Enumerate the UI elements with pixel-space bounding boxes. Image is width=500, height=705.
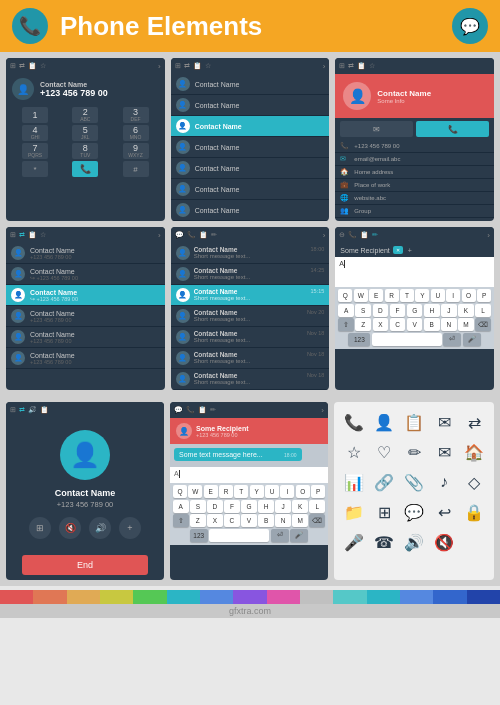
contact-item-6[interactable]: 👤 Contact Name bbox=[171, 179, 330, 200]
key-f[interactable]: F bbox=[390, 304, 406, 317]
key-i[interactable]: I bbox=[446, 289, 460, 302]
ck-mic[interactable]: 🎤 bbox=[290, 529, 308, 542]
ck-g[interactable]: G bbox=[241, 500, 257, 513]
contact-num-item-5[interactable]: 👤 Contact Name +123 456 789 00 bbox=[6, 327, 165, 348]
end-call-button[interactable]: End bbox=[22, 555, 148, 575]
detail-sms-btn[interactable]: ✉ bbox=[340, 121, 413, 137]
big-mute-icon[interactable]: 🔇 bbox=[59, 517, 81, 539]
ck-a[interactable]: A bbox=[173, 500, 189, 513]
key-c[interactable]: C bbox=[390, 318, 406, 331]
msg-item-3-highlighted[interactable]: 👤 Contact Name Short message text... 15:… bbox=[171, 285, 330, 306]
key-3[interactable]: 3DEF bbox=[123, 107, 149, 123]
key-hash[interactable]: # bbox=[123, 161, 149, 177]
call-button[interactable]: 📞 bbox=[72, 161, 98, 177]
ck-i[interactable]: I bbox=[280, 485, 294, 498]
key-6[interactable]: 6MNO bbox=[123, 125, 149, 141]
msg-item-7[interactable]: 👤 Contact Name Short message text... Nov… bbox=[171, 369, 330, 390]
key-9[interactable]: 9WXYZ bbox=[123, 143, 149, 159]
contact-num-item-4[interactable]: 👤 Contact Name +123 456 789 00 bbox=[6, 306, 165, 327]
key-2[interactable]: 2ABC bbox=[72, 107, 98, 123]
key-x[interactable]: X bbox=[373, 318, 389, 331]
contact-item-2[interactable]: 👤 Contact Name bbox=[171, 95, 330, 116]
compose-area[interactable]: A bbox=[335, 257, 494, 287]
msg-item-4[interactable]: 👤 Contact Name Short message text... Nov… bbox=[171, 306, 330, 327]
contact-item-1[interactable]: 👤 Contact Name bbox=[171, 74, 330, 95]
ck-r[interactable]: R bbox=[219, 485, 233, 498]
key-a[interactable]: A bbox=[338, 304, 354, 317]
key-mic[interactable]: 🎤 bbox=[463, 333, 481, 346]
key-5[interactable]: 5JKL bbox=[72, 125, 98, 141]
contact-num-item-1[interactable]: 👤 Contact Name +123 456 789 00 bbox=[6, 243, 165, 264]
key-1[interactable]: 1 bbox=[22, 107, 48, 123]
ck-m[interactable]: M bbox=[292, 514, 308, 527]
ck-q[interactable]: Q bbox=[173, 485, 187, 498]
ck-k[interactable]: K bbox=[292, 500, 308, 513]
key-g[interactable]: G bbox=[407, 304, 423, 317]
msg-item-5[interactable]: 👤 Contact Name Short message text... Nov… bbox=[171, 327, 330, 348]
ck-n[interactable]: N bbox=[275, 514, 291, 527]
ck-s[interactable]: S bbox=[190, 500, 206, 513]
key-e[interactable]: E bbox=[369, 289, 383, 302]
contact-item-5[interactable]: 👤 Contact Name bbox=[171, 158, 330, 179]
msg-item-6[interactable]: 👤 Contact Name Short message text... Nov… bbox=[171, 348, 330, 369]
key-d[interactable]: D bbox=[373, 304, 389, 317]
detail-call-btn[interactable]: 📞 bbox=[416, 121, 489, 137]
key-k[interactable]: K bbox=[458, 304, 474, 317]
key-o[interactable]: O bbox=[462, 289, 476, 302]
key-4[interactable]: 4GHI bbox=[22, 125, 48, 141]
key-j[interactable]: J bbox=[441, 304, 457, 317]
ck-w[interactable]: W bbox=[188, 485, 202, 498]
key-space[interactable] bbox=[372, 333, 442, 346]
key-b[interactable]: B bbox=[424, 318, 440, 331]
ck-j[interactable]: J bbox=[275, 500, 291, 513]
contact-num-item-6[interactable]: 👤 Contact Name +123 456 789 00 bbox=[6, 348, 165, 369]
big-add-icon[interactable]: + bbox=[119, 517, 141, 539]
ck-h[interactable]: H bbox=[258, 500, 274, 513]
key-m[interactable]: M bbox=[458, 318, 474, 331]
ck-d[interactable]: D bbox=[207, 500, 223, 513]
key-7[interactable]: 7PQRS bbox=[22, 143, 48, 159]
key-r[interactable]: R bbox=[385, 289, 399, 302]
key-n[interactable]: N bbox=[441, 318, 457, 331]
ck-b[interactable]: B bbox=[258, 514, 274, 527]
ck-y[interactable]: Y bbox=[250, 485, 264, 498]
contact-item-4[interactable]: 👤 Contact Name bbox=[171, 137, 330, 158]
ck-shift[interactable]: ⇧ bbox=[173, 514, 189, 527]
key-s[interactable]: S bbox=[355, 304, 371, 317]
key-q[interactable]: Q bbox=[338, 289, 352, 302]
key-star[interactable]: * bbox=[22, 161, 48, 177]
ck-backspace[interactable]: ⌫ bbox=[309, 514, 325, 527]
ck-x[interactable]: X bbox=[207, 514, 223, 527]
key-t[interactable]: T bbox=[400, 289, 414, 302]
key-w[interactable]: W bbox=[354, 289, 368, 302]
key-123[interactable]: 123 bbox=[348, 333, 370, 346]
ck-t[interactable]: T bbox=[234, 485, 248, 498]
ck-p[interactable]: P bbox=[311, 485, 325, 498]
ck-123[interactable]: 123 bbox=[190, 529, 208, 542]
contact-item-7[interactable]: 👤 Contact Name bbox=[171, 200, 330, 221]
key-y[interactable]: Y bbox=[415, 289, 429, 302]
ck-c[interactable]: C bbox=[224, 514, 240, 527]
key-l[interactable]: L bbox=[475, 304, 491, 317]
ck-e[interactable]: E bbox=[204, 485, 218, 498]
ck-v[interactable]: V bbox=[241, 514, 257, 527]
key-backspace[interactable]: ⌫ bbox=[475, 318, 491, 331]
ck-send[interactable]: ⏎ bbox=[271, 529, 289, 542]
contact-num-item-2[interactable]: 👤 Contact Name ↪ +123 456 789 00 bbox=[6, 264, 165, 285]
add-recipient-icon[interactable]: + bbox=[408, 247, 412, 254]
big-speaker-icon[interactable]: 🔊 bbox=[89, 517, 111, 539]
key-p[interactable]: P bbox=[477, 289, 491, 302]
chat-input[interactable]: A bbox=[170, 467, 328, 483]
contact-num-item-3[interactable]: 👤 Contact Name ↪ +123 456 789 00 bbox=[6, 285, 165, 306]
key-shift[interactable]: ⇧ bbox=[338, 318, 354, 331]
ck-f[interactable]: F bbox=[224, 500, 240, 513]
key-z[interactable]: Z bbox=[355, 318, 371, 331]
key-h[interactable]: H bbox=[424, 304, 440, 317]
contact-item-3-selected[interactable]: 👤 Contact Name bbox=[171, 116, 330, 137]
msg-item-1[interactable]: 👤 Contact Name Short message text... 18:… bbox=[171, 243, 330, 264]
ck-u[interactable]: U bbox=[265, 485, 279, 498]
key-u[interactable]: U bbox=[431, 289, 445, 302]
big-keypad-icon[interactable]: ⊞ bbox=[29, 517, 51, 539]
ck-o[interactable]: O bbox=[296, 485, 310, 498]
ck-z[interactable]: Z bbox=[190, 514, 206, 527]
